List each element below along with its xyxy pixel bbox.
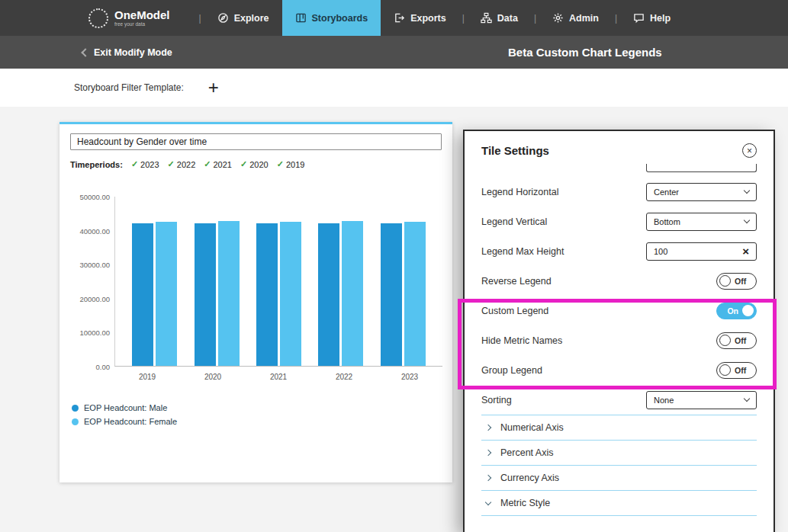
bar [218,221,240,366]
hide-metric-names-toggle[interactable]: Off [716,332,757,349]
section-percent-axis[interactable]: Percent Axis [481,441,757,466]
panel-title: Tile Settings [481,144,549,157]
legend-item-female: EOP Headcount: Female [72,417,177,426]
partial-select[interactable] [646,164,757,172]
legend-label: EOP Headcount: Female [84,417,177,426]
section-label: Metric Style [500,498,550,508]
chevron-down-icon [744,396,750,402]
close-icon[interactable]: × [742,143,757,158]
nav-item-exports[interactable]: Exports [381,0,459,36]
timeperiod-2019[interactable]: ✓2019 [277,159,305,169]
chevron-right-icon [485,475,491,481]
chevron-right-icon [485,450,491,456]
legend-vertical-select[interactable]: Bottom [646,213,757,231]
bar-group [195,197,240,366]
nav-item-data[interactable]: Data [468,0,531,36]
export-icon [394,12,405,24]
reverse-legend-toggle[interactable]: Off [716,273,757,290]
chevron-down-icon [485,498,491,505]
top-nav: OneModel free your data | Explore Storyb… [0,0,788,36]
nav-item-label: Storyboards [312,13,368,24]
group-legend-toggle[interactable]: Off [716,362,757,379]
bar-group [381,197,426,366]
nav-separator: | [459,13,468,24]
timeperiod-2022[interactable]: ✓2022 [168,159,196,169]
select-value: None [654,396,674,405]
exit-modify-mode-button[interactable]: Exit Modify Mode [82,47,172,58]
brand-name: OneModel [114,9,170,21]
chevron-down-icon [744,187,750,194]
onemodel-logo-icon [88,8,108,28]
nav-item-explore[interactable]: Explore [204,0,282,36]
brand-tagline: free your data [114,22,170,27]
section-numerical-axis[interactable]: Numerical Axis [481,415,757,441]
section-metric-style[interactable]: Metric Style [481,491,757,516]
section-label: Numerical Axis [500,422,564,433]
toggle-state: Off [735,336,746,345]
timeperiod-label: 2021 [214,160,232,169]
timeperiod-label: 2022 [177,160,195,169]
setting-label: Group Legend [481,365,542,376]
x-axis-label: 2022 [311,373,377,381]
tile-title-input[interactable] [70,133,442,150]
tile-settings-panel: Tile Settings × Legend Horizontal Center… [463,130,775,532]
y-axis-tick-label: 30000.00 [79,261,110,269]
toggle-knob [719,275,731,287]
check-icon: ✓ [277,159,284,169]
compass-icon [217,12,229,24]
toggle-knob [719,335,731,346]
gear-icon [552,12,564,24]
bar [381,223,402,366]
sorting-select[interactable]: None [646,391,757,409]
input-value: 100 [654,247,667,256]
add-filter-button[interactable]: + [208,79,219,97]
toggle-knob [719,364,731,376]
nav-item-admin[interactable]: Admin [539,0,612,36]
timeperiod-label: 2020 [249,160,268,169]
data-icon [481,12,492,24]
nav-item-label: Admin [569,13,599,24]
section-currency-axis[interactable]: Currency Axis [481,466,757,491]
nav-item-storyboards[interactable]: Storyboards [282,0,381,36]
bar [195,223,216,366]
sub-header: Exit Modify Mode Beta Custom Chart Legen… [0,36,788,69]
bar [318,223,339,366]
legend-dot [72,418,79,425]
legend-horizontal-select[interactable]: Center [646,183,757,201]
legend-label: EOP Headcount: Male [84,403,167,412]
y-axis-labels: 50000.0040000.0030000.0020000.0010000.00… [60,197,110,367]
exit-modify-mode-label: Exit Modify Mode [94,47,172,58]
bar [156,222,177,366]
section-label: Percent Axis [500,447,553,458]
x-axis-label: 2021 [246,373,311,381]
chevron-down-icon [744,217,750,223]
timeperiod-2020[interactable]: ✓2020 [240,159,269,169]
setting-row-hide-metric-names: Hide Metric Names Off [481,325,757,355]
nav-item-help[interactable]: Help [620,0,683,36]
custom-legend-toggle[interactable]: On [716,303,757,319]
timeperiod-2023[interactable]: ✓2023 [131,159,159,169]
plot-area [114,197,442,367]
storyboard-icon [295,12,307,24]
section-label: Currency Axis [500,473,559,483]
nav-item-label: Help [650,13,671,24]
setting-label: Legend Vertical [481,216,547,227]
setting-label: Reverse Legend [481,276,552,287]
toggle-state: Off [735,277,746,286]
chevron-left-icon [81,48,89,56]
bar [404,222,426,366]
y-axis-tick-label: 10000.00 [79,328,110,337]
check-icon: ✓ [204,159,211,169]
timeperiods-row: Timeperiods: ✓2023 ✓2022 ✓2021 ✓2020 ✓20… [70,159,304,169]
nav-item-label: Explore [234,13,269,24]
storyboard-content: Timeperiods: ✓2023 ✓2022 ✓2021 ✓2020 ✓20… [0,107,788,532]
bar-group [256,197,301,366]
timeperiod-2021[interactable]: ✓2021 [204,159,232,169]
setting-label: Sorting [481,395,512,405]
legend-max-height-input[interactable]: 100 × [646,242,757,261]
y-axis-tick-label: 40000.00 [79,226,110,235]
bar-group [318,197,363,366]
brand-logo[interactable]: OneModel free your data [88,0,170,36]
nav-item-label: Exports [410,13,446,24]
clear-icon[interactable]: × [742,245,749,257]
